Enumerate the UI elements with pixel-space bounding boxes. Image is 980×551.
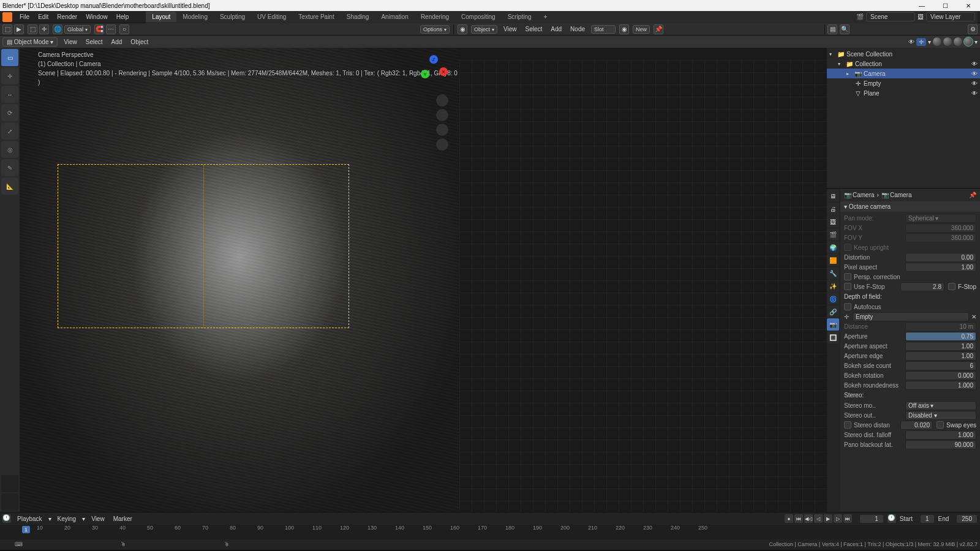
overlay-dropdown-icon[interactable]: ▾ [928,39,931,45]
workspace-tab-scripting[interactable]: Scripting [502,12,538,22]
pin-icon[interactable]: 📌 [654,24,663,34]
num-input[interactable]: 1.00 [905,351,976,361]
visibility-toggle-icon[interactable]: 👁 [971,70,978,77]
shader-menu-node[interactable]: Node [568,25,587,33]
visibility-toggle-icon[interactable]: 👁 [971,61,978,67]
outliner-row[interactable]: ▾📁Scene Collection [827,49,980,59]
transform-orient-icon[interactable]: 🌐 [53,24,62,34]
play-reverse-icon[interactable]: ◁ [814,514,823,523]
tl-menu-keying[interactable]: Keying [55,515,79,523]
visibility-toggle-icon[interactable]: 👁 [971,90,978,97]
outliner-row[interactable]: ✛Empty👁 [827,78,980,88]
panel-header-octane-camera[interactable]: ▾ Octane camera [840,201,980,212]
move-icon[interactable]: ✛ [39,24,49,34]
outliner-filter-toggle-icon[interactable]: ⚙ [968,24,978,34]
num-input[interactable]: 1.00 [905,263,976,272]
scene-selector[interactable]: Scene [866,12,915,21]
tool-transform[interactable]: ◎ [1,141,18,158]
checkbox[interactable] [844,273,851,280]
checkbox[interactable] [844,244,851,251]
object-picker[interactable]: Empty [853,312,969,321]
shader-object-dropdown[interactable]: Object [471,25,497,34]
outliner-expand-icon[interactable]: ▾ [829,51,835,57]
menu-help[interactable]: Help [113,12,133,21]
props-tab-modifiers[interactable]: 🔧 [827,267,839,279]
num-input[interactable]: 1.000 [905,381,976,390]
preview-range-icon[interactable]: 🕐 [888,514,896,523]
props-tab-viewlayer[interactable]: 🖼 [827,216,839,228]
checkbox[interactable] [844,283,851,290]
tool-annotate[interactable]: ✎ [1,159,18,176]
clear-icon[interactable]: ✕ [971,313,976,320]
workspace-tab-texturepaint[interactable]: Texture Paint [292,12,340,22]
workspace-tab-shading[interactable]: Shading [341,12,375,22]
num-input[interactable]: 360.000 [905,223,976,233]
minimize-button[interactable]: — [913,2,931,9]
workspace-tab-compositing[interactable]: Compositing [455,12,502,22]
end-frame-input[interactable]: 250 [956,514,978,523]
props-tab-particles[interactable]: ✨ [827,280,839,292]
shading-matpreview-icon[interactable] [954,37,962,46]
nav-pan-icon[interactable] [436,109,448,121]
num-input[interactable]: 1.000 [905,430,976,440]
current-frame-input[interactable]: 1 [859,514,884,523]
props-tab-object[interactable]: 🟧 [827,254,839,266]
workspace-tab-sculpting[interactable]: Sculpting [214,12,251,22]
dropdown[interactable]: Spherical ▾ [905,214,976,223]
shading-dropdown-icon[interactable]: ▾ [974,39,978,45]
outliner-row[interactable]: ▸📷Camera👁 [827,69,980,78]
play-icon[interactable]: ▶ [824,514,832,523]
axis-y-icon[interactable]: Y [421,70,429,78]
axis-z-icon[interactable]: Z [429,55,438,64]
shading-solid-icon[interactable] [943,37,952,46]
num-input[interactable]: 2.8 [900,282,944,291]
maximize-button[interactable]: ☐ [936,2,954,9]
keyframe-next-icon[interactable]: ▷ [834,514,842,523]
shader-menu-view[interactable]: View [501,25,519,33]
props-tab-texture[interactable]: 🔳 [827,331,839,343]
num-input[interactable]: 10 m [905,322,976,331]
workspace-tab-rendering[interactable]: Rendering [415,12,455,22]
menu-render[interactable]: Render [53,12,81,21]
timeline-cursor[interactable]: 1 [22,526,30,533]
outliner-row[interactable]: ▾📁Collection👁 [827,59,980,69]
tl-menu-view[interactable]: View [89,515,107,523]
props-tab-constraints[interactable]: 🔗 [827,305,839,318]
shading-rendered-icon[interactable] [964,37,973,46]
visibility-toggle-icon[interactable]: 👁 [971,80,978,87]
gizmo-toggle-icon[interactable]: ✛ [916,38,926,46]
vp-menu-object[interactable]: Object [128,38,151,46]
shader-menu-add[interactable]: Add [548,25,564,33]
props-tab-camera-data[interactable]: 📷 [827,318,839,331]
mode-selector[interactable]: ▤ Object Mode ▾ [2,37,58,47]
tool-move[interactable]: ↔ [1,86,18,103]
transform-orient-dropdown[interactable]: Global [64,25,91,34]
viewport-nav-gizmo[interactable]: X Y Z [417,55,450,88]
crumb-object[interactable]: 📷 Camera [844,192,875,198]
start-frame-input[interactable]: 1 [920,514,935,523]
workspace-tab-animation[interactable]: Animation [375,12,414,22]
snap-type-icon[interactable]: ⋯ [106,24,116,34]
props-tab-render[interactable]: 🖥 [827,190,839,202]
workspace-tab-modeling[interactable]: Modeling [176,12,214,22]
num-input[interactable]: 360.000 [905,233,976,242]
snap-toggle-icon[interactable]: 🧲 [94,24,104,34]
outliner-search-icon[interactable]: 🔍 [840,24,850,34]
tool-select-box[interactable]: ▭ [1,49,18,66]
outliner-expand-icon[interactable]: ▾ [838,61,844,67]
timeline-ruler[interactable]: 1 10203040506070809010011012013014015016… [0,525,980,539]
tl-menu-marker[interactable]: Marker [111,515,135,523]
tool-scale[interactable]: ⤢ [1,122,18,140]
num-input[interactable]: 6 [905,361,976,370]
tool-measure[interactable]: 📐 [1,178,18,195]
checkbox[interactable] [844,421,851,429]
menu-edit[interactable]: Edit [34,12,52,21]
tool-cursor[interactable]: ✛ [1,67,18,84]
material-pin-icon[interactable]: ◉ [619,24,629,34]
timeline-editor-icon[interactable]: 🕐 [2,514,11,523]
nav-camera-icon[interactable] [436,124,448,136]
autokey-icon[interactable]: ● [785,514,793,523]
props-tab-scene[interactable]: 🎬 [827,228,839,241]
properties-pin-icon[interactable]: 📌 [969,192,976,198]
menu-file[interactable]: File [16,12,33,21]
